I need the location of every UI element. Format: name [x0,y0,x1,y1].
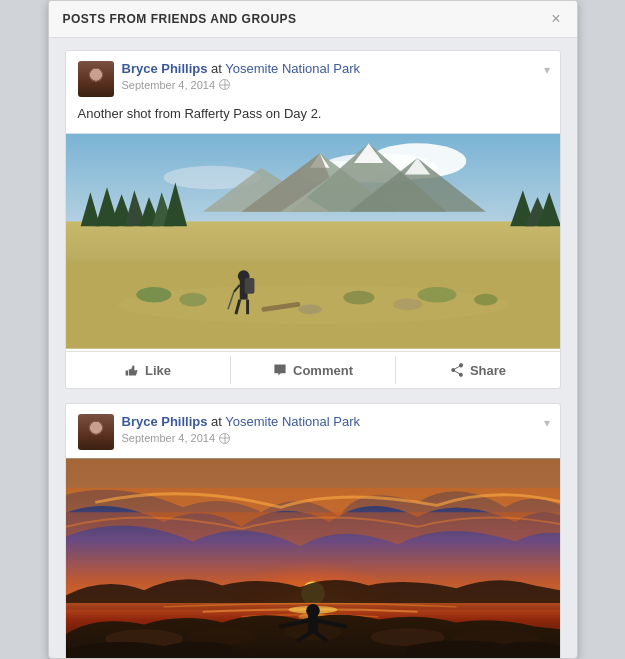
location-link[interactable]: Yosemite National Park [225,61,360,76]
author-line: Bryce Phillips at Yosemite National Park [122,61,548,78]
post-card: Bryce Phillips at Yosemite National Park… [65,50,561,389]
chevron-down-icon[interactable]: ▾ [544,416,550,430]
post-text: Another shot from Rafferty Pass on Day 2… [66,103,560,131]
svg-point-33 [136,287,171,303]
post-image [66,456,560,658]
svg-point-36 [417,287,456,303]
svg-point-34 [179,293,206,307]
post-actions: Like Comment Share [66,351,560,388]
post-header: Bryce Phillips at Yosemite National Park… [66,404,560,456]
like-button[interactable]: Like [66,356,231,384]
post-date: September 4, 2014 [122,79,548,91]
globe-icon [219,79,230,90]
share-icon [449,362,465,378]
modal-body: Bryce Phillips at Yosemite National Park… [49,38,577,658]
mountain-image [66,131,560,351]
svg-point-35 [343,291,374,305]
close-button[interactable]: × [549,11,562,27]
comment-icon [272,362,288,378]
svg-point-39 [393,299,422,311]
posts-modal: POSTS FROM FRIENDS AND GROUPS × Bryce Ph… [48,0,578,659]
author-name[interactable]: Bryce Phillips [122,414,208,429]
svg-point-37 [474,294,497,306]
location-link[interactable]: Yosemite National Park [225,414,360,429]
avatar [78,61,114,97]
author-line: Bryce Phillips at Yosemite National Park [122,414,548,431]
post-date: September 4, 2014 [122,432,548,444]
svg-point-38 [298,305,321,315]
post-meta: Bryce Phillips at Yosemite National Park… [122,61,548,91]
share-button[interactable]: Share [396,356,560,384]
author-name[interactable]: Bryce Phillips [122,61,208,76]
modal-title: POSTS FROM FRIENDS AND GROUPS [63,12,297,26]
post-image [66,131,560,351]
post-meta: Bryce Phillips at Yosemite National Park… [122,414,548,444]
comment-button[interactable]: Comment [231,356,396,384]
svg-rect-28 [244,278,254,294]
at-text: at [211,414,225,429]
at-text: at [211,61,225,76]
chevron-down-icon[interactable]: ▾ [544,63,550,77]
avatar [78,414,114,450]
post-card: Bryce Phillips at Yosemite National Park… [65,403,561,658]
svg-point-53 [306,604,320,618]
modal-header: POSTS FROM FRIENDS AND GROUPS × [49,1,577,38]
globe-icon [219,433,230,444]
post-header: Bryce Phillips at Yosemite National Park… [66,51,560,103]
like-icon [124,362,140,378]
sunset-image [66,456,560,658]
